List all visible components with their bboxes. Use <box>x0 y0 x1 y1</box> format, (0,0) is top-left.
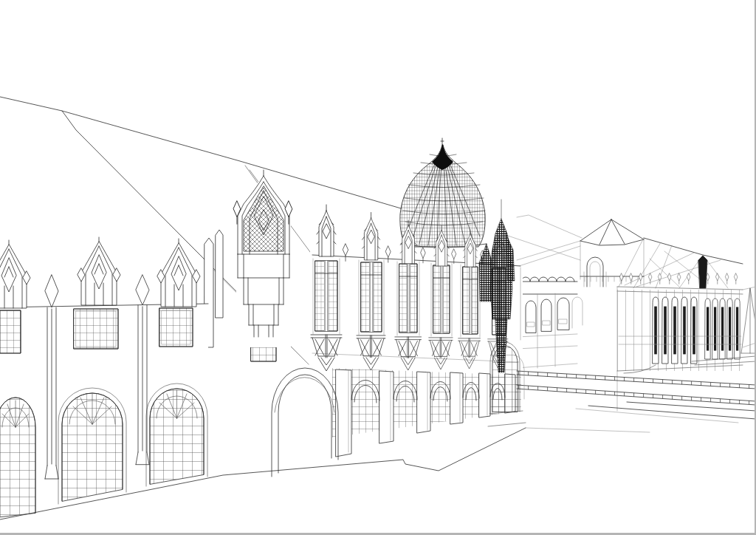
dark-finial <box>698 256 707 288</box>
wireframe-drawing-canvas <box>0 0 756 535</box>
arched-window <box>0 398 35 517</box>
arched-window <box>58 388 126 504</box>
corner-pilaster <box>216 230 223 318</box>
architectural-wireframe <box>0 0 756 535</box>
